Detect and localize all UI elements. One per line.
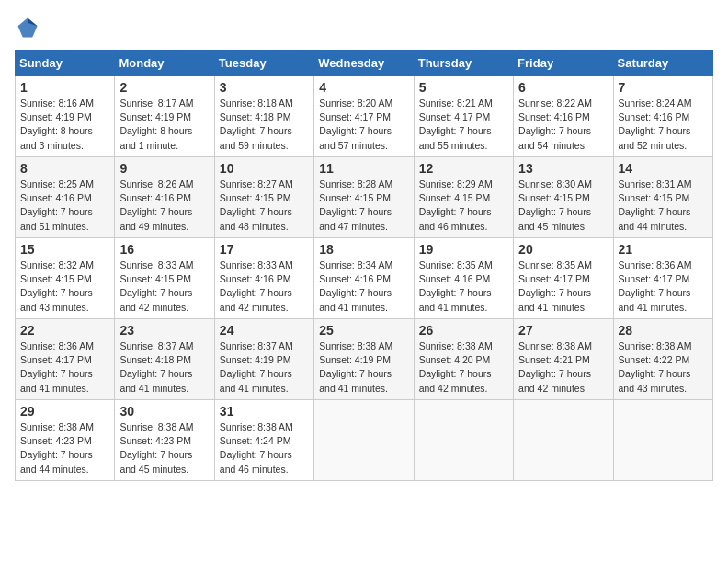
day-info: Sunrise: 8:18 AM Sunset: 4:18 PM Dayligh… bbox=[220, 97, 309, 153]
calendar-cell: 19 Sunrise: 8:35 AM Sunset: 4:16 PM Dayl… bbox=[414, 238, 513, 319]
day-number: 17 bbox=[220, 242, 309, 257]
day-number: 13 bbox=[518, 161, 608, 176]
day-number: 12 bbox=[419, 161, 508, 176]
page-header bbox=[15, 15, 713, 40]
calendar-cell: 15 Sunrise: 8:32 AM Sunset: 4:15 PM Dayl… bbox=[16, 238, 115, 319]
calendar-cell: 16 Sunrise: 8:33 AM Sunset: 4:15 PM Dayl… bbox=[115, 238, 214, 319]
day-info: Sunrise: 8:35 AM Sunset: 4:16 PM Dayligh… bbox=[419, 259, 508, 315]
day-info: Sunrise: 8:33 AM Sunset: 4:16 PM Dayligh… bbox=[220, 259, 309, 315]
day-info: Sunrise: 8:37 AM Sunset: 4:18 PM Dayligh… bbox=[119, 339, 209, 396]
calendar-week-row: 15 Sunrise: 8:32 AM Sunset: 4:15 PM Dayl… bbox=[16, 238, 713, 319]
header-monday: Monday bbox=[115, 51, 214, 76]
calendar-cell: 31 Sunrise: 8:38 AM Sunset: 4:24 PM Dayl… bbox=[214, 400, 313, 481]
day-number: 14 bbox=[619, 161, 708, 176]
calendar-cell bbox=[314, 400, 414, 481]
day-number: 3 bbox=[220, 80, 309, 95]
header-tuesday: Tuesday bbox=[214, 51, 313, 76]
day-info: Sunrise: 8:33 AM Sunset: 4:15 PM Dayligh… bbox=[119, 259, 209, 315]
day-info: Sunrise: 8:38 AM Sunset: 4:23 PM Dayligh… bbox=[20, 420, 109, 477]
calendar-table: SundayMondayTuesdayWednesdayThursdayFrid… bbox=[15, 50, 713, 481]
day-number: 27 bbox=[518, 323, 608, 338]
day-info: Sunrise: 8:17 AM Sunset: 4:19 PM Dayligh… bbox=[119, 97, 209, 153]
calendar-cell: 24 Sunrise: 8:37 AM Sunset: 4:19 PM Dayl… bbox=[214, 319, 313, 400]
day-number: 22 bbox=[20, 323, 109, 338]
day-number: 18 bbox=[319, 242, 408, 257]
day-info: Sunrise: 8:38 AM Sunset: 4:19 PM Dayligh… bbox=[319, 339, 408, 396]
header-wednesday: Wednesday bbox=[314, 51, 414, 76]
logo-icon bbox=[15, 15, 40, 40]
calendar-cell: 14 Sunrise: 8:31 AM Sunset: 4:15 PM Dayl… bbox=[613, 157, 712, 238]
calendar-cell bbox=[613, 400, 712, 481]
calendar-cell: 30 Sunrise: 8:38 AM Sunset: 4:23 PM Dayl… bbox=[115, 400, 214, 481]
calendar-cell: 6 Sunrise: 8:22 AM Sunset: 4:16 PM Dayli… bbox=[514, 76, 613, 157]
day-info: Sunrise: 8:38 AM Sunset: 4:24 PM Dayligh… bbox=[220, 420, 309, 477]
calendar-cell: 2 Sunrise: 8:17 AM Sunset: 4:19 PM Dayli… bbox=[115, 76, 214, 157]
day-number: 5 bbox=[419, 80, 508, 95]
day-number: 28 bbox=[619, 323, 708, 338]
calendar-cell: 3 Sunrise: 8:18 AM Sunset: 4:18 PM Dayli… bbox=[214, 76, 313, 157]
calendar-cell: 22 Sunrise: 8:36 AM Sunset: 4:17 PM Dayl… bbox=[16, 319, 115, 400]
calendar-cell: 18 Sunrise: 8:34 AM Sunset: 4:16 PM Dayl… bbox=[314, 238, 414, 319]
logo bbox=[15, 15, 44, 40]
calendar-cell: 4 Sunrise: 8:20 AM Sunset: 4:17 PM Dayli… bbox=[314, 76, 414, 157]
calendar-cell: 25 Sunrise: 8:38 AM Sunset: 4:19 PM Dayl… bbox=[314, 319, 414, 400]
calendar-cell bbox=[414, 400, 513, 481]
calendar-cell: 8 Sunrise: 8:25 AM Sunset: 4:16 PM Dayli… bbox=[16, 157, 115, 238]
day-info: Sunrise: 8:38 AM Sunset: 4:20 PM Dayligh… bbox=[419, 339, 508, 396]
calendar-week-row: 29 Sunrise: 8:38 AM Sunset: 4:23 PM Dayl… bbox=[16, 400, 713, 481]
day-number: 29 bbox=[20, 404, 109, 419]
day-number: 20 bbox=[518, 242, 608, 257]
header-saturday: Saturday bbox=[613, 51, 712, 76]
calendar-header-row: SundayMondayTuesdayWednesdayThursdayFrid… bbox=[16, 51, 713, 76]
day-number: 21 bbox=[619, 242, 708, 257]
calendar-week-row: 1 Sunrise: 8:16 AM Sunset: 4:19 PM Dayli… bbox=[16, 76, 713, 157]
day-info: Sunrise: 8:24 AM Sunset: 4:16 PM Dayligh… bbox=[619, 97, 708, 153]
calendar-cell: 20 Sunrise: 8:35 AM Sunset: 4:17 PM Dayl… bbox=[514, 238, 613, 319]
day-number: 16 bbox=[119, 242, 209, 257]
day-number: 31 bbox=[220, 404, 309, 419]
day-info: Sunrise: 8:34 AM Sunset: 4:16 PM Dayligh… bbox=[319, 259, 408, 315]
calendar-cell: 9 Sunrise: 8:26 AM Sunset: 4:16 PM Dayli… bbox=[115, 157, 214, 238]
calendar-cell: 17 Sunrise: 8:33 AM Sunset: 4:16 PM Dayl… bbox=[214, 238, 313, 319]
day-info: Sunrise: 8:38 AM Sunset: 4:21 PM Dayligh… bbox=[518, 339, 608, 396]
day-info: Sunrise: 8:31 AM Sunset: 4:15 PM Dayligh… bbox=[619, 178, 708, 234]
day-info: Sunrise: 8:20 AM Sunset: 4:17 PM Dayligh… bbox=[319, 97, 408, 153]
calendar-cell: 12 Sunrise: 8:29 AM Sunset: 4:15 PM Dayl… bbox=[414, 157, 513, 238]
calendar-week-row: 22 Sunrise: 8:36 AM Sunset: 4:17 PM Dayl… bbox=[16, 319, 713, 400]
day-info: Sunrise: 8:27 AM Sunset: 4:15 PM Dayligh… bbox=[220, 178, 309, 234]
day-info: Sunrise: 8:29 AM Sunset: 4:15 PM Dayligh… bbox=[419, 178, 508, 234]
calendar-cell: 11 Sunrise: 8:28 AM Sunset: 4:15 PM Dayl… bbox=[314, 157, 414, 238]
day-info: Sunrise: 8:21 AM Sunset: 4:17 PM Dayligh… bbox=[419, 97, 508, 153]
day-info: Sunrise: 8:36 AM Sunset: 4:17 PM Dayligh… bbox=[20, 339, 109, 396]
day-number: 26 bbox=[419, 323, 508, 338]
day-info: Sunrise: 8:32 AM Sunset: 4:15 PM Dayligh… bbox=[20, 259, 109, 315]
calendar-cell: 7 Sunrise: 8:24 AM Sunset: 4:16 PM Dayli… bbox=[613, 76, 712, 157]
day-info: Sunrise: 8:38 AM Sunset: 4:23 PM Dayligh… bbox=[119, 420, 209, 477]
day-number: 10 bbox=[220, 161, 309, 176]
header-thursday: Thursday bbox=[414, 51, 513, 76]
day-info: Sunrise: 8:26 AM Sunset: 4:16 PM Dayligh… bbox=[119, 178, 209, 234]
day-number: 4 bbox=[319, 80, 408, 95]
day-number: 1 bbox=[20, 80, 109, 95]
header-sunday: Sunday bbox=[16, 51, 115, 76]
day-info: Sunrise: 8:38 AM Sunset: 4:22 PM Dayligh… bbox=[619, 339, 708, 396]
day-number: 19 bbox=[419, 242, 508, 257]
day-number: 24 bbox=[220, 323, 309, 338]
day-number: 2 bbox=[119, 80, 209, 95]
day-number: 6 bbox=[518, 80, 608, 95]
calendar-week-row: 8 Sunrise: 8:25 AM Sunset: 4:16 PM Dayli… bbox=[16, 157, 713, 238]
calendar-cell: 27 Sunrise: 8:38 AM Sunset: 4:21 PM Dayl… bbox=[514, 319, 613, 400]
header-friday: Friday bbox=[514, 51, 613, 76]
day-number: 7 bbox=[619, 80, 708, 95]
calendar-cell: 26 Sunrise: 8:38 AM Sunset: 4:20 PM Dayl… bbox=[414, 319, 513, 400]
day-number: 11 bbox=[319, 161, 408, 176]
day-info: Sunrise: 8:28 AM Sunset: 4:15 PM Dayligh… bbox=[319, 178, 408, 234]
calendar-cell: 13 Sunrise: 8:30 AM Sunset: 4:15 PM Dayl… bbox=[514, 157, 613, 238]
calendar-cell bbox=[514, 400, 613, 481]
day-info: Sunrise: 8:25 AM Sunset: 4:16 PM Dayligh… bbox=[20, 178, 109, 234]
day-info: Sunrise: 8:22 AM Sunset: 4:16 PM Dayligh… bbox=[518, 97, 608, 153]
calendar-cell: 10 Sunrise: 8:27 AM Sunset: 4:15 PM Dayl… bbox=[214, 157, 313, 238]
day-number: 9 bbox=[119, 161, 209, 176]
calendar-cell: 28 Sunrise: 8:38 AM Sunset: 4:22 PM Dayl… bbox=[613, 319, 712, 400]
day-number: 23 bbox=[119, 323, 209, 338]
